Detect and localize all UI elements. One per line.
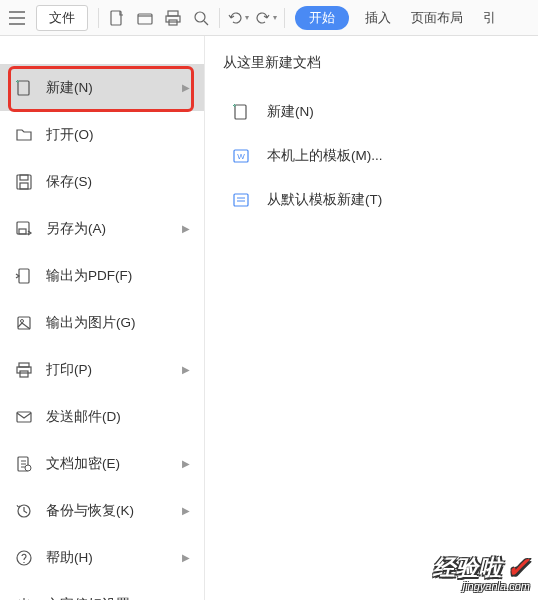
svg-rect-17 (20, 371, 28, 377)
backup-icon (14, 501, 34, 521)
panel-label: 本机上的模板(M)... (267, 147, 383, 165)
template-local-icon: W (231, 146, 251, 166)
menu-item-encrypt[interactable]: 文档加密(E) ▶ (0, 440, 204, 487)
menu-label: 打开(O) (46, 126, 190, 144)
menu-item-new[interactable]: 新建(N) ▶ (0, 64, 204, 111)
svg-rect-24 (235, 105, 246, 119)
svg-rect-12 (19, 269, 29, 283)
panel-item-local-template[interactable]: W 本机上的模板(M)... (219, 134, 524, 178)
menu-item-save-as[interactable]: 另存为(A) ▶ (0, 205, 204, 252)
svg-rect-6 (18, 81, 29, 95)
pdf-icon (14, 266, 34, 286)
menu-item-export-pdf[interactable]: 输出为PDF(F) (0, 252, 204, 299)
panel-label: 从默认模板新建(T) (267, 191, 382, 209)
menu-item-print[interactable]: 打印(P) ▶ (0, 346, 204, 393)
svg-point-20 (25, 465, 31, 471)
menu-item-backup[interactable]: 备份与恢复(K) ▶ (0, 487, 204, 534)
svg-point-5 (195, 12, 205, 22)
new-icon[interactable] (104, 5, 130, 31)
hamburger-menu[interactable] (4, 5, 30, 31)
template-default-icon (231, 190, 251, 210)
svg-rect-9 (20, 183, 28, 189)
menu-label: 输出为图片(G) (46, 314, 190, 332)
chevron-down-icon: ▾ (273, 13, 277, 22)
new-doc-icon (14, 78, 34, 98)
toolbar: 文件 ▾ ▾ 开始 插入 页面布局 引 (0, 0, 538, 36)
menu-label: 打印(P) (46, 361, 182, 379)
chevron-right-icon: ▶ (182, 223, 190, 234)
new-document-panel: 从这里新建文档 新建(N) W 本机上的模板(M)... 从默认模板新建(T) (205, 36, 538, 600)
svg-rect-3 (166, 16, 180, 22)
svg-rect-15 (19, 363, 29, 367)
encrypt-icon (14, 454, 34, 474)
svg-text:W: W (237, 152, 245, 161)
file-menu-button[interactable]: 文件 (36, 5, 88, 31)
chevron-right-icon: ▶ (182, 82, 190, 93)
image-icon (14, 313, 34, 333)
panel-label: 新建(N) (267, 103, 314, 121)
menu-label: 输出为PDF(F) (46, 267, 190, 285)
print-icon[interactable] (160, 5, 186, 31)
svg-point-14 (21, 319, 24, 322)
folder-icon (14, 125, 34, 145)
panel-item-default-template[interactable]: 从默认模板新建(T) (219, 178, 524, 222)
toolbar-divider (284, 8, 285, 28)
menu-label: 文档加密(E) (46, 455, 182, 473)
menu-label: 保存(S) (46, 173, 190, 191)
chevron-right-icon: ▶ (182, 458, 190, 469)
open-icon[interactable] (132, 5, 158, 31)
svg-rect-27 (234, 194, 248, 206)
menu-item-preferences[interactable]: 文字偏好设置(L) (0, 581, 204, 600)
chevron-right-icon: ▶ (182, 552, 190, 563)
menu-item-save[interactable]: 保存(S) (0, 158, 204, 205)
file-menu-sidebar: 新建(N) ▶ 打开(O) 保存(S) 另存为(A) ▶ 输出为 (0, 36, 205, 600)
svg-rect-8 (20, 175, 28, 180)
svg-rect-16 (17, 367, 31, 373)
chevron-right-icon: ▶ (182, 505, 190, 516)
page-layout-tab[interactable]: 页面布局 (401, 6, 473, 30)
menu-label: 新建(N) (46, 79, 182, 97)
insert-tab[interactable]: 插入 (355, 6, 401, 30)
toolbar-divider (98, 8, 99, 28)
new-doc-icon (231, 102, 251, 122)
undo-icon[interactable]: ▾ (225, 5, 251, 31)
start-tab[interactable]: 开始 (295, 6, 349, 30)
menu-label: 另存为(A) (46, 220, 182, 238)
help-icon (14, 548, 34, 568)
svg-rect-11 (19, 229, 26, 234)
menu-item-open[interactable]: 打开(O) (0, 111, 204, 158)
chevron-right-icon: ▶ (182, 364, 190, 375)
content-area: 新建(N) ▶ 打开(O) 保存(S) 另存为(A) ▶ 输出为 (0, 36, 538, 600)
menu-item-send-email[interactable]: 发送邮件(D) (0, 393, 204, 440)
settings-icon (14, 595, 34, 601)
reference-tab[interactable]: 引 (473, 6, 506, 30)
mail-icon (14, 407, 34, 427)
toolbar-divider (219, 8, 220, 28)
save-icon (14, 172, 34, 192)
panel-title: 从这里新建文档 (219, 54, 524, 72)
menu-label: 帮助(H) (46, 549, 182, 567)
menu-label: 发送邮件(D) (46, 408, 190, 426)
preview-icon[interactable] (188, 5, 214, 31)
redo-icon[interactable]: ▾ (253, 5, 279, 31)
menu-label: 文字偏好设置(L) (46, 596, 190, 601)
panel-item-new-blank[interactable]: 新建(N) (219, 90, 524, 134)
menu-item-help[interactable]: 帮助(H) ▶ (0, 534, 204, 581)
svg-rect-7 (17, 175, 31, 189)
chevron-down-icon: ▾ (245, 13, 249, 22)
svg-rect-2 (168, 11, 178, 16)
menu-item-export-image[interactable]: 输出为图片(G) (0, 299, 204, 346)
save-as-icon (14, 219, 34, 239)
svg-rect-18 (17, 412, 31, 422)
menu-label: 备份与恢复(K) (46, 502, 182, 520)
print-icon (14, 360, 34, 380)
